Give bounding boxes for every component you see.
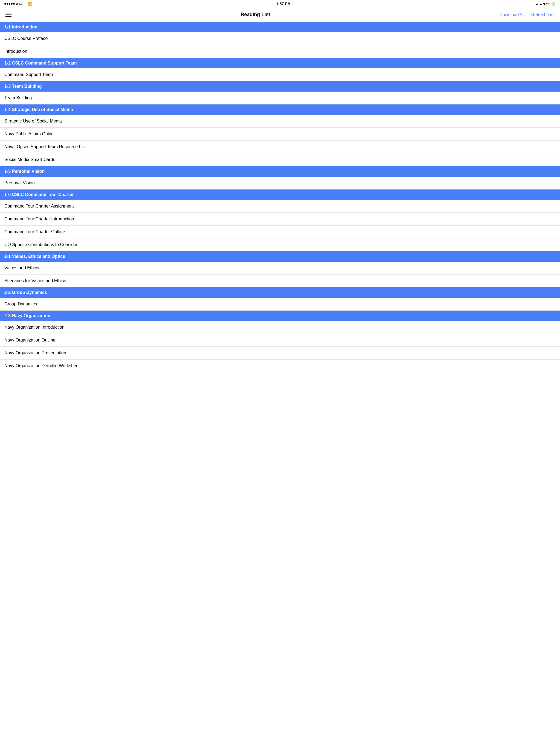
list-item[interactable]: Navy Public Affairs Guide bbox=[0, 128, 560, 140]
list-item[interactable]: Navy Organization Presentation bbox=[0, 347, 560, 360]
list-item[interactable]: Command Support Team bbox=[0, 68, 560, 81]
section-header-1: 1-2 CSLC Command Support Team bbox=[0, 58, 560, 68]
list-item[interactable]: Navy Organization Detailed Worksheet bbox=[0, 360, 560, 372]
status-bar: AT&T 📶 1:57 PM ▲ ⬥ 97% 🔋 bbox=[0, 0, 560, 8]
list-item[interactable]: Personal Vision bbox=[0, 177, 560, 189]
list-item[interactable]: Command Tour Charter Assignment bbox=[0, 200, 560, 213]
status-time: 1:57 PM bbox=[276, 2, 291, 6]
carrier-label: AT&T bbox=[16, 2, 25, 6]
section-header-0: 1-1 Introduction bbox=[0, 22, 560, 32]
nav-actions: Download All Refresh List bbox=[498, 11, 556, 18]
list-item[interactable]: Social Media Smart Cards bbox=[0, 153, 560, 166]
section-header-6: 2-1 Values, Ethics and Optics bbox=[0, 251, 560, 262]
battery-icon: 🔋 bbox=[551, 2, 556, 6]
list-item[interactable]: Introduction bbox=[0, 45, 560, 58]
list-item[interactable]: Command Tour Charter Introduction bbox=[0, 213, 560, 226]
nav-bar: Reading List Download All Refresh List bbox=[0, 8, 560, 22]
refresh-list-button[interactable]: Refresh List bbox=[530, 11, 556, 18]
list-item[interactable]: Scenarios for Values and Ethics bbox=[0, 275, 560, 287]
list-item[interactable]: CSLC Course Preface bbox=[0, 32, 560, 45]
section-header-3: 1-4 Strategic Use of Social Media bbox=[0, 104, 560, 115]
section-header-4: 1-5 Personal Vision bbox=[0, 166, 560, 177]
menu-button[interactable] bbox=[4, 12, 12, 18]
nav-title: Reading List bbox=[12, 12, 498, 18]
list-item[interactable]: Strategic Use of Social Media bbox=[0, 115, 560, 128]
bluetooth-icon: ⬥ bbox=[540, 2, 542, 6]
signal-strength bbox=[4, 3, 15, 5]
list-item[interactable]: Team Building bbox=[0, 92, 560, 104]
section-header-2: 1-3 Team Building bbox=[0, 81, 560, 92]
reading-list: 1-1 IntroductionCSLC Course PrefaceIntro… bbox=[0, 22, 560, 372]
wifi-icon: 📶 bbox=[27, 2, 32, 6]
nav-left bbox=[4, 12, 12, 18]
list-item[interactable]: CO Spouse Contributions to Consider bbox=[0, 238, 560, 251]
list-item[interactable]: Group Dynamics bbox=[0, 298, 560, 311]
status-right: ▲ ⬥ 97% 🔋 bbox=[535, 2, 556, 6]
location-icon: ▲ bbox=[535, 2, 539, 6]
download-all-button[interactable]: Download All bbox=[498, 11, 526, 18]
list-item[interactable]: Navy Organization Introduction bbox=[0, 321, 560, 334]
battery-label: 97% bbox=[543, 2, 550, 6]
status-left: AT&T 📶 bbox=[4, 2, 32, 6]
section-header-5: 1-6 CSLC Command Tour Charter bbox=[0, 189, 560, 200]
list-item[interactable]: Command Tour Charter Outline bbox=[0, 226, 560, 238]
list-item[interactable]: Naval Opsec Support Team Resource List bbox=[0, 140, 560, 153]
list-item[interactable]: Values and Ethics bbox=[0, 262, 560, 275]
list-item[interactable]: Navy Organization Outline bbox=[0, 334, 560, 347]
section-header-7: 2-2 Group Dynamics bbox=[0, 287, 560, 298]
section-header-8: 2-3 Navy Organization bbox=[0, 311, 560, 321]
